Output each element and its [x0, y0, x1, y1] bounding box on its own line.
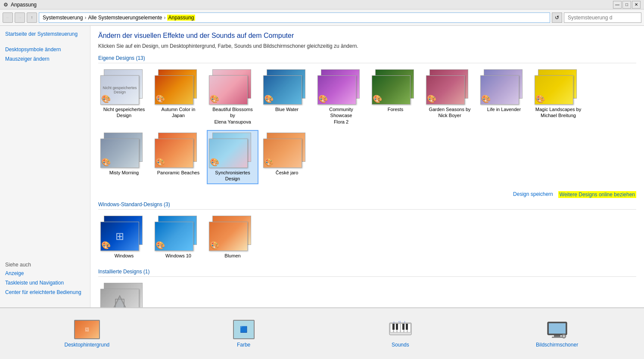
sidebar-desktopsymbole[interactable]: Desktopsymbole ändern: [5, 46, 85, 53]
farbe-icon: 🟦: [233, 320, 255, 339]
svg-rect-11: [396, 324, 398, 330]
svg-rect-19: [554, 335, 560, 337]
design-label-lavender: Life in Lavender: [487, 106, 521, 112]
design-label-community: Community ShowcaseFlora 2: [318, 106, 364, 125]
maximize-button[interactable]: □: [622, 1, 631, 9]
design-label-windows: Windows: [115, 253, 134, 259]
design-blossoms[interactable]: 🎨 Beautiful Blossoms byElena Yansupova: [207, 67, 258, 127]
bildschirmschoner-icon: [545, 320, 569, 339]
section-eigene: Eigene Designs (13) Nicht gespeichertes …: [98, 55, 636, 184]
svg-text:♪: ♪: [393, 321, 395, 324]
svg-point-22: [563, 335, 565, 337]
save-design-link[interactable]: Design speichern: [513, 191, 553, 198]
installed-grid: 🎨: [98, 280, 636, 307]
design-label-bluewater: Blue Water: [275, 106, 299, 112]
section-header-installed: Installierte Designs (1): [98, 269, 636, 277]
more-designs-link[interactable]: Weitere Designs online beziehen: [558, 191, 636, 198]
bottom-label-sounds[interactable]: Sounds: [392, 342, 409, 348]
design-label-panoramic: Panoramic Beaches: [157, 170, 199, 176]
back-button[interactable]: ←: [3, 12, 13, 23]
design-label-blossoms: Beautiful Blossoms byElena Yansupova: [209, 106, 256, 125]
section-header-windows: Windows-Standard-Designs (3): [98, 201, 636, 210]
titlebar-icon: ⚙: [3, 2, 8, 8]
design-misty[interactable]: 🎨 Misty Morning: [98, 130, 150, 185]
design-ceske[interactable]: 🎨 České jaro: [261, 130, 313, 185]
section-windows: Windows-Standard-Designs (3) ⊞ 🎨 Windows: [98, 201, 636, 261]
svg-rect-20: [552, 337, 563, 338]
design-label-sync: SynchronisiertesDesign: [215, 170, 250, 182]
svg-rect-12: [402, 324, 404, 330]
design-label-magic: Magic Landscapes byMichael Breitung: [535, 106, 581, 119]
design-autumn[interactable]: 🎨 Autumn Color in Japan: [152, 67, 204, 127]
bottom-label-desktophintergrund[interactable]: Desktophintergrund: [65, 342, 110, 348]
design-blumen[interactable]: 🎨 Blumen: [207, 213, 258, 261]
bottom-desktophintergrund[interactable]: 🖼 Desktophintergrund: [61, 320, 113, 348]
eigene-grid: Nicht gespeichertes Design 🎨 Nicht gespe…: [98, 67, 636, 127]
design-label-notsaved: Nicht gespeichertesDesign: [103, 106, 145, 119]
design-label-windows10: Windows 10: [165, 253, 191, 259]
design-installed1[interactable]: 🎨: [98, 280, 150, 307]
bottom-label-farbe[interactable]: Farbe: [237, 342, 250, 348]
design-label-forests: Forests: [388, 106, 404, 112]
design-sync[interactable]: 🎨 SynchronisiertesDesign: [207, 130, 258, 185]
svg-text:♪: ♪: [404, 321, 405, 324]
path-part1: Systemsteuerung: [43, 15, 83, 21]
design-label-autumn: Autumn Color in Japan: [155, 106, 202, 119]
bottom-sounds[interactable]: ♪ ♫ ♪ Sounds: [374, 320, 426, 348]
bottom-farbe[interactable]: 🟦 Farbe: [218, 320, 270, 348]
svg-text:♫: ♫: [398, 321, 401, 323]
design-lavender[interactable]: 🎨 Life in Lavender: [478, 67, 530, 127]
main-layout: Startseite der Systemsteuerung Desktopsy…: [0, 26, 644, 307]
action-links: Design speichern Weitere Designs online …: [98, 191, 636, 198]
eigene-grid-row2: 🎨 Misty Morning 🎨 Panoramic Beache: [98, 130, 636, 185]
section-installed: Installierte Designs (1): [98, 269, 636, 307]
addressbar: ← → ↑ Systemsteuerung › Alle Systemsteue…: [0, 9, 644, 26]
sidebar-taskleiste[interactable]: Taskleiste und Navigation: [5, 280, 87, 286]
design-bluewater[interactable]: 🎨 Blue Water: [261, 67, 313, 127]
close-button[interactable]: ✕: [632, 1, 641, 9]
design-windows10[interactable]: 🎨 Windows 10: [152, 213, 204, 261]
sidebar-anzeige[interactable]: Anzeige: [5, 270, 87, 276]
titlebar-controls: — □ ✕: [613, 1, 641, 9]
design-windows[interactable]: ⊞ 🎨 Windows: [98, 213, 150, 261]
design-forests[interactable]: 🎨 Forests: [370, 67, 421, 127]
path-part3-highlighted: Anpassung: [167, 15, 195, 21]
design-notsaved[interactable]: Nicht gespeichertes Design 🎨 Nicht gespe…: [98, 67, 150, 127]
titlebar-title: Anpassung: [11, 2, 37, 8]
bottom-bildschirmschoner[interactable]: Bildschirmschoner: [531, 320, 583, 348]
design-label-misty: Misty Morning: [109, 170, 139, 176]
section-header-eigene: Eigene Designs (13): [98, 55, 636, 63]
path-part2: Alle Systemsteuerungselemente: [88, 15, 162, 21]
design-garden[interactable]: 🎨 Garden Seasons byNick Boyer: [424, 67, 476, 127]
sidebar-startseite[interactable]: Startseite der Systemsteuerung: [5, 31, 85, 37]
minimize-button[interactable]: —: [613, 1, 622, 9]
search-input[interactable]: [564, 12, 641, 23]
page-title: Ändern der visuellen Effekte und der Sou…: [98, 32, 636, 40]
design-panoramic[interactable]: 🎨 Panoramic Beaches: [152, 130, 204, 185]
design-label-garden: Garden Seasons byNick Boyer: [429, 106, 470, 119]
svg-rect-13: [406, 324, 408, 330]
see-also-title: Siehe auch: [5, 262, 87, 268]
desktophintergrund-icon: 🖼: [74, 320, 100, 339]
content-area: Ändern der visuellen Effekte und der Sou…: [90, 26, 644, 307]
address-path[interactable]: Systemsteuerung › Alle Systemsteuerungse…: [39, 12, 550, 23]
windows-grid: ⊞ 🎨 Windows 🎨: [98, 213, 636, 261]
svg-rect-10: [392, 324, 395, 330]
titlebar: ⚙ Anpassung — □ ✕: [0, 0, 644, 9]
svg-rect-18: [549, 323, 566, 334]
design-magic[interactable]: 🎨 Magic Landscapes byMichael Breitung: [532, 67, 584, 127]
design-community[interactable]: 🎨 Community ShowcaseFlora 2: [315, 67, 367, 127]
sounds-icon: ♪ ♫ ♪: [389, 320, 412, 339]
bottom-bar: 🖼 Desktophintergrund 🟦 Farbe: [0, 307, 644, 359]
svg-rect-9: [408, 324, 411, 332]
sidebar-mauszeiger[interactable]: Mauszeiger ändern: [5, 56, 85, 62]
bottom-label-bildschirmschoner[interactable]: Bildschirmschoner: [536, 342, 578, 348]
page-description: Klicken Sie auf ein Design, um Desktophi…: [98, 43, 636, 49]
sidebar-center[interactable]: Center für erleichterte Bedienung: [5, 289, 87, 295]
forward-button[interactable]: →: [15, 12, 25, 23]
design-label-ceske: České jaro: [276, 170, 299, 176]
sidebar: Startseite der Systemsteuerung Desktopsy…: [0, 26, 90, 307]
design-label-blumen: Blumen: [224, 253, 240, 259]
up-button[interactable]: ↑: [27, 12, 37, 23]
refresh-button[interactable]: ↺: [552, 12, 562, 23]
